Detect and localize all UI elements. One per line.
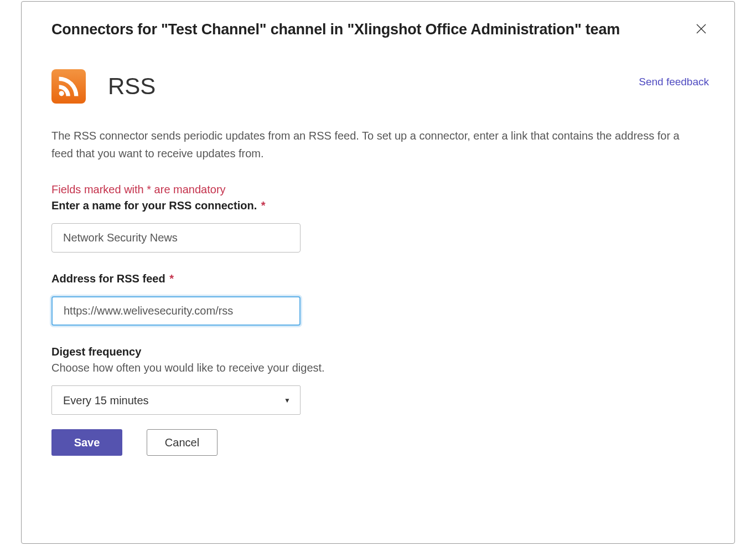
- close-icon: [696, 22, 707, 37]
- rss-name-input[interactable]: [51, 223, 301, 253]
- digest-frequency-select[interactable]: Every 15 minutes: [51, 385, 301, 415]
- digest-frequency-sublabel: Choose how often you would like to recei…: [51, 362, 709, 374]
- required-indicator: *: [258, 199, 265, 212]
- connector-header: RSS Send feedback: [51, 69, 709, 104]
- rss-address-field-group: Address for RSS feed *: [51, 272, 709, 326]
- digest-frequency-field-group: Digest frequency Choose how often you wo…: [51, 346, 709, 415]
- digest-frequency-select-wrap: Every 15 minutes ▼: [51, 385, 301, 415]
- send-feedback-link[interactable]: Send feedback: [639, 76, 709, 88]
- mandatory-note: Fields marked with * are mandatory: [51, 183, 709, 196]
- rss-address-label-text: Address for RSS feed: [51, 272, 165, 285]
- rss-address-label: Address for RSS feed *: [51, 272, 709, 285]
- connector-description: The RSS connector sends periodic updates…: [51, 127, 688, 162]
- close-button[interactable]: [693, 21, 709, 39]
- rss-icon: [51, 69, 86, 104]
- save-button[interactable]: Save: [51, 429, 122, 456]
- rss-name-label-text: Enter a name for your RSS connection.: [51, 199, 257, 212]
- dialog-header: Connectors for "Test Channel" channel in…: [51, 21, 709, 39]
- connector-name: RSS: [108, 73, 156, 100]
- rss-name-label: Enter a name for your RSS connection. *: [51, 199, 709, 212]
- cancel-button[interactable]: Cancel: [147, 429, 218, 456]
- svg-point-2: [59, 91, 64, 96]
- required-indicator: *: [167, 272, 174, 285]
- connector-dialog: Connectors for "Test Channel" channel in…: [21, 1, 735, 544]
- button-row: Save Cancel: [51, 429, 709, 456]
- rss-name-field-group: Enter a name for your RSS connection. *: [51, 199, 709, 253]
- dialog-title: Connectors for "Test Channel" channel in…: [51, 21, 620, 38]
- digest-frequency-label: Digest frequency: [51, 346, 709, 358]
- rss-address-input[interactable]: [51, 296, 301, 326]
